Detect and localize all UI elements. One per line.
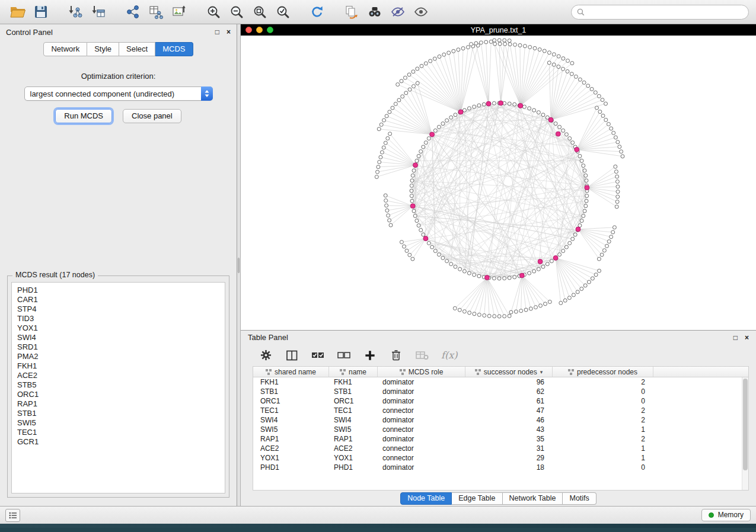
optimization-select[interactable]: largest connected component (undirected) (24, 86, 213, 101)
deselect-all-rows-button[interactable] (337, 348, 351, 363)
tab-mcds[interactable]: MCDS (155, 42, 193, 56)
column-label: successor nodes (484, 368, 537, 376)
add-column-button[interactable] (363, 348, 377, 363)
tab-motifs[interactable]: Motifs (563, 492, 596, 505)
mcds-result-item[interactable]: GCR1 (17, 437, 219, 447)
table-row[interactable]: RAP1RAP1dominator352 (253, 434, 748, 444)
mcds-result-item[interactable]: YOX1 (17, 323, 219, 333)
mcds-result-item[interactable]: CAR1 (17, 295, 219, 305)
close-panel-icon[interactable]: × (227, 28, 231, 36)
new-network-button[interactable] (122, 2, 143, 21)
table-row[interactable]: YOX1YOX1connector291 (253, 453, 748, 463)
mcds-result-list[interactable]: PHD1CAR1STP4TID3YOX1SWI4SRD1PMA2FKH1ACE2… (11, 282, 225, 493)
search-input[interactable] (588, 7, 743, 17)
maximize-window-icon[interactable] (267, 27, 273, 33)
network-window-titlebar[interactable]: YPA_prune.txt_1 (241, 24, 756, 36)
tab-network-table[interactable]: Network Table (503, 492, 563, 505)
open-session-button[interactable] (7, 2, 28, 21)
function-builder-button[interactable]: f(x) (441, 350, 457, 361)
column-sort-icon (266, 369, 272, 375)
hide-selected-button[interactable] (387, 2, 409, 21)
table-settings-button[interactable] (259, 348, 273, 363)
control-panel-title: Control Panel (6, 28, 53, 37)
network-table-button[interactable] (145, 2, 167, 21)
zoom-selected-button[interactable] (272, 2, 294, 21)
panel-menu-button[interactable] (5, 509, 20, 522)
export-image-button[interactable] (168, 2, 190, 21)
search-neighbors-button[interactable] (364, 2, 385, 21)
mcds-result-item[interactable]: FKH1 (17, 361, 219, 371)
float-panel-icon[interactable]: □ (215, 28, 219, 36)
show-columns-button[interactable] (285, 348, 299, 363)
mcds-result-item[interactable]: STP4 (17, 305, 219, 314)
network-table-icon (149, 5, 163, 19)
tab-select[interactable]: Select (119, 42, 155, 56)
clear-table-button[interactable] (415, 348, 429, 363)
search-icon (577, 8, 585, 16)
column-header-successor-nodes[interactable]: successor nodes ▾ (465, 367, 553, 377)
tab-edge-table[interactable]: Edge Table (452, 492, 502, 505)
mcds-result-item[interactable]: SWI5 (17, 418, 219, 428)
table-cell: dominator (378, 416, 465, 424)
memory-button[interactable]: Memory (701, 509, 751, 521)
table-row[interactable]: STB1STB1dominator620 (253, 387, 748, 396)
table-scrollbar[interactable] (742, 377, 748, 490)
mcds-result-item[interactable]: SWI4 (17, 333, 219, 342)
zoom-in-button[interactable] (203, 2, 224, 21)
sort-direction-icon[interactable]: ▾ (540, 369, 543, 375)
mcds-result-item[interactable]: SRD1 (17, 342, 219, 352)
mcds-result-item[interactable]: STB1 (17, 409, 219, 418)
table-row[interactable]: FKH1FKH1dominator962 (253, 377, 748, 387)
show-all-button[interactable] (410, 2, 432, 21)
column-header-mcds-role[interactable]: MCDS role (378, 367, 465, 377)
network-canvas[interactable] (241, 36, 755, 330)
eye-slash-icon (390, 5, 406, 19)
tab-node-table[interactable]: Node Table (400, 492, 452, 505)
column-header-shared-name[interactable]: shared name (253, 367, 329, 377)
mcds-result-item[interactable]: ACE2 (17, 371, 219, 380)
table-row[interactable]: ACE2ACE2connector311 (253, 444, 748, 453)
save-session-button[interactable] (30, 2, 52, 21)
mcds-result-item[interactable]: TID3 (17, 314, 219, 323)
tab-style[interactable]: Style (87, 42, 119, 56)
apply-layout-button[interactable] (307, 2, 328, 21)
import-table-button[interactable] (88, 2, 109, 21)
table-cell: SWI4 (329, 416, 378, 424)
table-cell: ORC1 (329, 397, 378, 405)
mcds-result-item[interactable]: PHD1 (17, 286, 219, 295)
splitter-grip[interactable] (238, 258, 240, 273)
table-row[interactable]: PHD1PHD1dominator180 (253, 463, 748, 472)
delete-column-button[interactable] (389, 348, 403, 363)
table-row[interactable]: SWI5SWI5connector431 (253, 425, 748, 434)
mcds-result-item[interactable]: ORC1 (17, 390, 219, 399)
column-header-name[interactable]: name (329, 367, 378, 377)
mcds-result-item[interactable]: PMA2 (17, 352, 219, 361)
run-mcds-button[interactable]: Run MCDS (55, 109, 112, 123)
mcds-result-item[interactable]: STB5 (17, 380, 219, 390)
zoom-out-button[interactable] (226, 2, 247, 21)
zoom-fit-button[interactable] (249, 2, 270, 21)
table-cell: YOX1 (253, 454, 329, 462)
column-header-predecessor-nodes[interactable]: predecessor nodes (553, 367, 653, 377)
tab-network[interactable]: Network (43, 42, 87, 56)
close-table-panel-icon[interactable]: × (745, 334, 749, 341)
clone-network-button[interactable] (341, 2, 362, 21)
import-network-button[interactable] (65, 2, 86, 21)
network-share-icon (126, 5, 140, 19)
minimize-window-icon[interactable] (256, 27, 263, 33)
table-row[interactable]: TEC1TEC1connector472 (253, 406, 748, 415)
close-panel-button[interactable]: Close panel (123, 109, 181, 123)
optimization-criterion-label: Optimization criterion: (0, 72, 237, 81)
float-table-panel-icon[interactable]: □ (733, 334, 738, 341)
search-box[interactable] (571, 5, 749, 20)
table-row[interactable]: SWI4SWI4dominator462 (253, 415, 748, 425)
mcds-result-item[interactable]: RAP1 (17, 399, 219, 409)
close-window-icon[interactable] (245, 27, 252, 33)
table-row[interactable]: ORC1ORC1dominator610 (253, 396, 748, 406)
table-cell: 2 (553, 378, 653, 386)
table-scrollbar-thumb[interactable] (743, 379, 748, 470)
mcds-result-item[interactable]: TEC1 (17, 428, 219, 437)
folder-open-icon (10, 5, 25, 18)
control-panel: Control Panel □ × Network Style Select M… (0, 24, 237, 506)
select-all-rows-button[interactable] (311, 348, 325, 363)
